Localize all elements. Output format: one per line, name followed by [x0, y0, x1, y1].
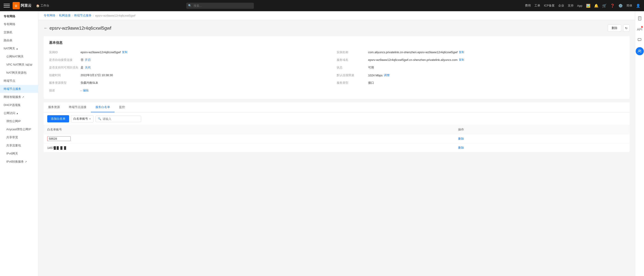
- filter-label: 白名单账号: [73, 117, 88, 121]
- sidebar-item-public-nat[interactable]: 公网NAT网关: [0, 53, 38, 61]
- api-icon: API: [637, 27, 642, 31]
- whitelist-search-input[interactable]: [102, 117, 138, 121]
- breadcrumb-vpc[interactable]: 专有网络: [44, 13, 55, 17]
- sidebar-item-endpoint-service[interactable]: 终端节点服务: [0, 85, 38, 93]
- nav-icp[interactable]: ICP备案: [544, 3, 555, 8]
- label-desc: 描述: [49, 89, 80, 93]
- breadcrumb-sep1: /: [57, 14, 58, 17]
- label-resource-type: 服务资源类型: [49, 81, 80, 85]
- back-button[interactable]: ←: [44, 26, 48, 30]
- info-row-desc: 描述 - 编辑: [49, 87, 337, 94]
- sidebar-item-shared-traffic[interactable]: 共享流量包: [0, 141, 38, 149]
- chevron-down-icon: ▼: [89, 118, 91, 120]
- sidebar-item-eip[interactable]: 弹性公网IP: [0, 117, 38, 125]
- sidebar-item-ipv6-convert[interactable]: IPv6转换服务 ↗: [0, 158, 38, 166]
- tool-api[interactable]: API: [636, 26, 643, 33]
- sidebar-item-nat-resource[interactable]: NAT网关资源包: [0, 69, 38, 77]
- search-input[interactable]: [186, 3, 254, 9]
- add-whitelist-button[interactable]: 添加白名单: [47, 115, 69, 122]
- sidebar-item-anycast[interactable]: Anycast弹性公网IP: [0, 125, 38, 134]
- breadcrumb-current: epsrv-wz9aww12r4q6cxwl5gwf: [95, 14, 135, 17]
- cell-account-1: 58628: [44, 134, 454, 143]
- cell-account-2: 1457█ █ █ █: [44, 143, 454, 152]
- breadcrumb-private-link[interactable]: 私网连接: [59, 13, 71, 17]
- copy-instance-id[interactable]: 复制: [122, 50, 127, 54]
- info-row-instance-name: 实例名称 com.aliyuncs.privatelink.cn-shenzhe…: [337, 48, 624, 56]
- delete-row2-link[interactable]: 删除: [458, 146, 464, 149]
- new-badge: NEW: [26, 63, 32, 66]
- adjust-bandwidth-link[interactable]: 调整: [384, 73, 390, 77]
- nav-zhichi[interactable]: 支持: [568, 3, 574, 8]
- tab-endpoint-connection[interactable]: 终端节点连接: [64, 102, 91, 112]
- sidebar-item-shared-bandwidth[interactable]: 共享带宽: [0, 134, 38, 141]
- refresh-button[interactable]: ↻: [623, 24, 630, 32]
- cell-operation-2: 删除: [454, 143, 630, 152]
- svg-point-9: [640, 50, 641, 51]
- breadcrumb-endpoint-service[interactable]: 终端节点服务: [74, 13, 92, 17]
- logo[interactable]: 云 阿里云: [12, 2, 32, 9]
- delete-button[interactable]: 删除: [608, 24, 621, 32]
- nav-app[interactable]: App: [577, 4, 582, 7]
- table-row: 58628 删除: [44, 134, 630, 143]
- label-created-time: 创建时间: [49, 73, 80, 77]
- sidebar-item-vpc-nat[interactable]: VPC NAT网关 NEW: [0, 61, 38, 69]
- value-service-domain: epsrv-wz9aww12r4q6cxwl5gwf.cn-shenzhen.p…: [368, 58, 464, 62]
- info-row-created-time: 创建时间 2022年3月17日 10:38:30: [49, 71, 337, 79]
- sidebar-item-switch[interactable]: 交换机: [0, 28, 38, 36]
- menu-icon[interactable]: [4, 2, 10, 9]
- search-icon2: 🔍: [98, 117, 101, 120]
- external-link-icon: ↗: [22, 96, 24, 99]
- search-icon: 🔍: [188, 4, 192, 7]
- bell-icon[interactable]: 🔔: [594, 3, 598, 8]
- avatar[interactable]: 👤: [636, 3, 640, 8]
- tool-users[interactable]: [636, 47, 644, 55]
- svg-text:云: 云: [15, 4, 17, 7]
- nav-gongdan[interactable]: 工单: [534, 3, 540, 8]
- page-title: epsrv-wz9aww12r4q6cxwl5gwf: [50, 26, 112, 31]
- value-desc: - 编辑: [80, 89, 89, 93]
- svg-rect-7: [638, 38, 641, 41]
- delete-row1-link[interactable]: 删除: [458, 137, 464, 140]
- nav-actions: 费用 工单 ICP备案 企业 支持 App 🖼️ 🔔 🛒 ❓ ⚙️ 简体 👤: [525, 3, 640, 8]
- tab-monitor[interactable]: 监控: [114, 102, 130, 112]
- page-title-inner: ← epsrv-wz9aww12r4q6cxwl5gwf: [44, 26, 112, 31]
- top-navigation: 云 阿里云 🏠 工作台 🔍 费用 工单 ICP备案 企业 支持 App 🖼️ 🔔…: [0, 0, 644, 11]
- language-switch[interactable]: 简体: [626, 3, 632, 8]
- notification-icon[interactable]: 🖼️: [586, 3, 590, 8]
- sidebar-item-network-intelligence[interactable]: 网络智能服务 ↗: [0, 93, 38, 101]
- enable-auto-accept-link[interactable]: 开启: [85, 58, 91, 62]
- tool-clipboard[interactable]: [636, 15, 643, 22]
- sidebar-item-public-access[interactable]: 公网访问 ▲: [0, 109, 38, 117]
- col-operation: 操作: [454, 125, 630, 134]
- tool-chat[interactable]: [636, 36, 643, 44]
- col-account: 白名单账号: [44, 125, 454, 134]
- users-icon: [638, 49, 642, 53]
- value-auto-accept: 否 开启: [80, 58, 91, 62]
- copy-service-domain[interactable]: 复制: [459, 58, 464, 62]
- sidebar-item-vpc[interactable]: 专有网络: [0, 20, 38, 28]
- nav-feiyong[interactable]: 费用: [525, 3, 531, 8]
- edit-desc-link[interactable]: 编辑: [83, 89, 89, 93]
- nav-qiye[interactable]: 企业: [558, 3, 564, 8]
- label-az-priority: 是否支持同可用区优先: [49, 66, 80, 70]
- main-content: 专有网络 / 私网连接 / 终端节点服务 / epsrv-wz9aww12r4q…: [38, 11, 635, 276]
- sidebar-item-natgateway[interactable]: NAT网关 ▲: [0, 44, 38, 53]
- settings-icon[interactable]: ⚙️: [618, 3, 623, 8]
- filter-dropdown[interactable]: 白名单账号 ▼: [71, 115, 94, 122]
- page-actions: 删除 ↻: [608, 24, 630, 32]
- sidebar-item-routetable[interactable]: 路由表: [0, 36, 38, 44]
- help-icon[interactable]: ❓: [610, 3, 615, 8]
- sidebar-item-endpoint[interactable]: 终端节点: [0, 77, 38, 85]
- value-instance-name: com.aliyuncs.privatelink.cn-shenzhen.eps…: [368, 50, 464, 54]
- sidebar-item-dhcp[interactable]: DHCP选项集: [0, 101, 38, 109]
- workbench-link[interactable]: 🏠 工作台: [36, 3, 49, 8]
- label-auto-accept: 是否自动接受连接: [49, 58, 80, 62]
- search-wrap: 🔍: [96, 116, 141, 122]
- sidebar-item-ipv6-gateway[interactable]: IPv6网关: [0, 149, 38, 158]
- tab-service-resource[interactable]: 服务资源: [44, 102, 64, 112]
- info-row-resource-type: 服务资源类型 负载均衡SLB: [49, 79, 337, 87]
- cart-icon[interactable]: 🛒: [602, 3, 607, 8]
- copy-instance-name[interactable]: 复制: [459, 50, 464, 54]
- disable-az-priority-link[interactable]: 关闭: [85, 66, 91, 70]
- tab-whitelist[interactable]: 服务白名单: [91, 102, 114, 112]
